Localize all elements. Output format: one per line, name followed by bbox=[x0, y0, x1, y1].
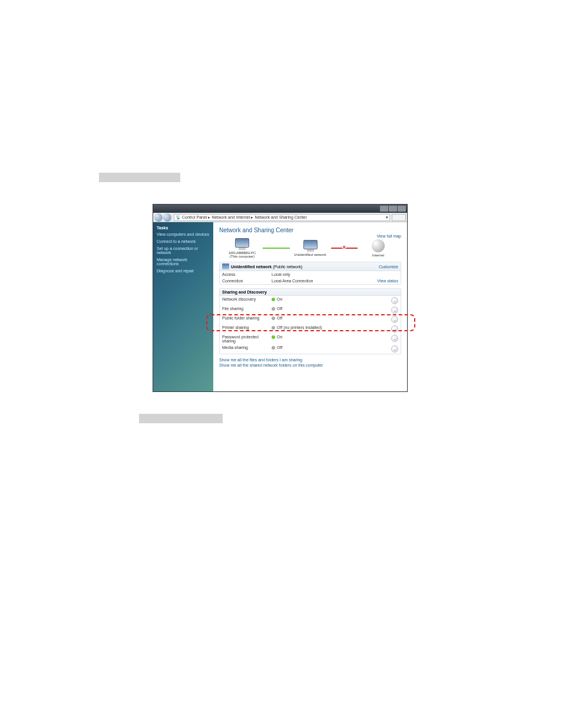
node-network: Unidentified network bbox=[290, 240, 331, 256]
status-dot-off bbox=[272, 346, 275, 350]
search-box[interactable] bbox=[392, 214, 406, 221]
access-value: Local only bbox=[272, 272, 398, 276]
network-card-icon bbox=[222, 263, 229, 269]
status-dot-off bbox=[272, 326, 275, 330]
sidebar-item-diagnose[interactable]: Diagnose and repair bbox=[157, 269, 210, 273]
back-button[interactable] bbox=[154, 213, 163, 222]
sidebar-item-connect[interactable]: Connect to a network bbox=[157, 239, 210, 243]
network-type-label: (Public network) bbox=[273, 265, 302, 269]
access-key: Access bbox=[222, 272, 272, 276]
sidebar-item-view-computers[interactable]: View computers and devices bbox=[157, 232, 210, 236]
row-file-sharing: File sharing Off ⌄ bbox=[220, 305, 401, 315]
redaction-bar bbox=[139, 414, 223, 423]
network-info-group: Unidentified network (Public network) Cu… bbox=[219, 262, 401, 285]
sidebar-item-setup-connection[interactable]: Set up a connection or network bbox=[157, 246, 210, 255]
breadcrumb[interactable]: 📡 Control Panel▸ Network and Internet▸ N… bbox=[174, 214, 390, 221]
row-password-sharing: Password protected sharing On ⌄ bbox=[220, 334, 401, 344]
expand-button[interactable]: ⌄ bbox=[391, 297, 398, 304]
breadcrumb-crumb[interactable]: Control Panel bbox=[182, 215, 207, 219]
maximize-button[interactable] bbox=[389, 206, 397, 212]
computer-icon bbox=[235, 238, 249, 250]
node-sublabel: (This computer) bbox=[222, 255, 263, 258]
status-dot-off bbox=[272, 307, 275, 311]
sidebar-header: Tasks bbox=[157, 226, 210, 230]
row-printer-sharing: Printer sharing Off (no printers install… bbox=[220, 324, 401, 334]
address-bar: 📡 Control Panel▸ Network and Internet▸ N… bbox=[153, 213, 407, 222]
sharing-discovery-group: Sharing and Discovery Network discovery … bbox=[219, 288, 401, 354]
breadcrumb-crumb[interactable]: Network and Sharing Center bbox=[254, 215, 306, 219]
main-panel: Network and Sharing Center View full map… bbox=[213, 222, 407, 391]
expand-button[interactable]: ⌄ bbox=[391, 307, 398, 314]
forward-button[interactable] bbox=[163, 213, 171, 222]
view-status-link[interactable]: View status bbox=[377, 279, 398, 283]
show-files-link[interactable]: Show me all the files and folders I am s… bbox=[219, 358, 401, 362]
network-name-label: Unidentified network bbox=[231, 265, 272, 269]
sidebar-item-manage-connections[interactable]: Manage network connections bbox=[157, 258, 210, 266]
network-map: 10FLABBB82-PC (This computer) Unidentifi… bbox=[222, 238, 399, 258]
vista-window: 📡 Control Panel▸ Network and Internet▸ N… bbox=[153, 204, 408, 392]
row-network-discovery: Network discovery On ⌄ bbox=[220, 296, 401, 305]
sharing-header: Sharing and Discovery bbox=[222, 290, 267, 294]
node-internet: Internet bbox=[358, 239, 399, 257]
page-title: Network and Sharing Center bbox=[219, 227, 401, 233]
node-label: Unidentified network bbox=[290, 253, 331, 256]
connection-key: Connection bbox=[222, 279, 272, 283]
node-label: Internet bbox=[358, 253, 399, 257]
node-this-pc: 10FLABBB82-PC (This computer) bbox=[222, 238, 263, 258]
redaction-bar bbox=[99, 173, 180, 182]
expand-button[interactable]: ⌄ bbox=[391, 316, 398, 323]
row-media-sharing: Media sharing Off ⌄ bbox=[220, 344, 401, 354]
status-dot-on bbox=[272, 335, 275, 339]
customize-link[interactable]: Customize bbox=[379, 265, 398, 269]
titlebar bbox=[153, 205, 407, 213]
row-public-folder: Public folder sharing Off ⌄ bbox=[220, 315, 401, 324]
sidebar: Tasks View computers and devices Connect… bbox=[153, 222, 213, 391]
connection-value: Local Area Connection bbox=[272, 279, 377, 283]
view-full-map-link[interactable]: View full map bbox=[376, 234, 401, 238]
breadcrumb-crumb[interactable]: Network and Internet bbox=[211, 215, 250, 219]
network-icon bbox=[303, 240, 318, 252]
expand-button[interactable]: ⌄ bbox=[391, 345, 398, 353]
connection-line-ok bbox=[263, 248, 290, 249]
status-dot-off bbox=[272, 317, 275, 320]
globe-icon bbox=[372, 239, 385, 252]
connection-line-broken bbox=[331, 248, 358, 249]
status-dot-on bbox=[272, 298, 275, 301]
bottom-links: Show me all the files and folders I am s… bbox=[219, 358, 401, 367]
expand-button[interactable]: ⌄ bbox=[391, 325, 398, 332]
expand-button[interactable]: ⌄ bbox=[391, 335, 398, 342]
close-button[interactable] bbox=[398, 206, 406, 212]
minimize-button[interactable] bbox=[380, 206, 388, 212]
show-folders-link[interactable]: Show me all the shared network folders o… bbox=[219, 363, 401, 367]
